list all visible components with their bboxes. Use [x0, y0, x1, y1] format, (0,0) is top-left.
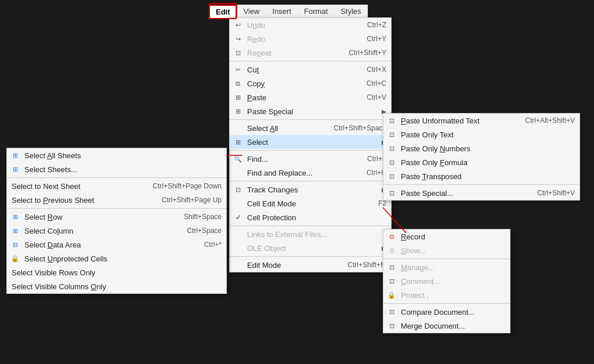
select-item-all-sheets[interactable]: ⊞ Select All Sheets: [7, 148, 226, 162]
track-protect[interactable]: 🔒 Protect ,: [383, 288, 510, 302]
paste-transposed-icon: ⊡: [387, 172, 396, 181]
all-sheets-icon: ⊞: [10, 151, 20, 160]
find-replace-icon: [233, 168, 242, 177]
menu-item-paste-special[interactable]: ⊞ Paste Special: [230, 104, 391, 118]
menu-item-paste[interactable]: ⊞ Paste Ctrl+V: [230, 90, 391, 104]
menu-item-repeat[interactable]: ⊡ Repeat Ctrl+Shift+Y: [230, 46, 391, 60]
select-submenu: ⊞ Select All Sheets ⊞ Select Sheets... S…: [6, 148, 227, 294]
menu-item-track-changes[interactable]: ⊡ Track Changes: [230, 183, 391, 196]
paste-special-item[interactable]: ⊡ Paste Special... Ctrl+Shift+V: [383, 186, 579, 200]
select-item-visible-cols[interactable]: Select Visible Columns Only: [7, 279, 226, 293]
compare-icon: ⊡: [387, 307, 396, 316]
menu-item-ole[interactable]: OLE Object: [230, 241, 391, 255]
paste-icon: ⊞: [233, 93, 242, 102]
track-record[interactable]: ⊙ Record: [383, 230, 510, 243]
paste-special-icon: ⊞: [233, 107, 242, 116]
select-item-prev-sheet[interactable]: Select to Previous Sheet Ctrl+Shift+Page…: [7, 193, 226, 207]
edit-mode-icon: [233, 260, 242, 270]
links-icon: [233, 230, 242, 239]
sep-4: [230, 181, 391, 181]
ole-icon: [233, 243, 242, 253]
menu-bar-edit-label: Edit: [216, 8, 230, 16]
show-icon: ⊙: [387, 246, 396, 255]
select-all-icon: [233, 123, 242, 133]
menu-item-select[interactable]: ⊞ Select: [230, 135, 391, 149]
select-item-sheets[interactable]: ⊞ Select Sheets...: [7, 162, 226, 176]
menu-item-find[interactable]: 🔍 Find... Ctrl+F: [230, 152, 391, 166]
paste-unformatted[interactable]: ⊡ Paste Unformatted Text Ctrl+Alt+Shift+…: [383, 114, 579, 128]
track-merge[interactable]: ⊡ Merge Document...: [383, 319, 510, 333]
menu-item-select-all[interactable]: Select All Ctrl+Shift+Space: [230, 121, 391, 135]
select-item-data-area[interactable]: ⊟ Select Data Area Ctrl+*: [7, 238, 226, 252]
sep-2: [230, 119, 391, 120]
paste-only-text[interactable]: ⊡ Paste Only Text: [383, 128, 579, 141]
cell-protection-icon: [233, 213, 242, 222]
track-compare[interactable]: ⊡ Compare Document...: [383, 305, 510, 319]
select-icon: ⊞: [233, 137, 242, 147]
column-icon: ⊞: [10, 226, 20, 235]
menu-item-cell-protection[interactable]: Cell Protection: [230, 210, 391, 224]
undo-icon: ↩: [233, 20, 242, 30]
sep-3: [230, 150, 391, 151]
menu-item-cell-edit[interactable]: Cell Edit Mode F2: [230, 196, 391, 210]
paste-unformatted-icon: ⊡: [387, 116, 396, 125]
sep-6: [230, 256, 391, 257]
merge-icon: ⊡: [387, 321, 396, 330]
record-icon: ⊙: [387, 232, 396, 241]
menu-item-find-replace[interactable]: Find and Replace... Ctrl+H: [230, 166, 391, 180]
menu-item-redo[interactable]: ↪ Redo Ctrl+Y: [230, 32, 391, 46]
repeat-icon: ⊡: [233, 48, 242, 57]
menu-item-copy[interactable]: ⧉ Copy Ctrl+C: [230, 77, 391, 90]
paste-sep-1: [383, 184, 579, 185]
edit-dropdown: ↩ Undo Ctrl+Z ↪ Redo Ctrl+Y ⊡ Repeat Ctr…: [229, 17, 392, 272]
cut-icon: ✂: [233, 65, 242, 74]
track-comment[interactable]: ⊡ Comment...: [383, 274, 510, 288]
menu-item-undo[interactable]: ↩ Undo Ctrl+Z: [230, 18, 391, 32]
track-show[interactable]: ⊙ Show...: [383, 243, 510, 257]
sheets-icon: ⊞: [10, 165, 20, 174]
redo-icon: ↪: [233, 34, 242, 43]
select-item-next-sheet[interactable]: Select to Next Sheet Ctrl+Shift+Page Dow…: [7, 179, 226, 193]
select-sep-2: [7, 208, 226, 209]
copy-icon: ⧉: [233, 79, 242, 88]
track-sep-1: [383, 259, 510, 259]
select-item-visible-rows[interactable]: Select Visible Rows Only: [7, 265, 226, 279]
paste-only-text-icon: ⊡: [387, 130, 396, 139]
select-item-unprotected[interactable]: 🔒 Select Unprotected Cells: [7, 252, 226, 265]
paste-only-formula-icon: ⊡: [387, 158, 396, 167]
protect-icon: 🔒: [387, 290, 396, 300]
track-manage[interactable]: ⊡ Manage...: [383, 260, 510, 274]
sep-5: [230, 225, 391, 226]
paste-only-numbers[interactable]: ⊡ Paste Only Numbers: [383, 141, 579, 155]
paste-only-formula[interactable]: ⊡ Paste Only Formula: [383, 155, 579, 169]
paste-special-submenu: ⊡ Paste Unformatted Text Ctrl+Alt+Shift+…: [383, 113, 580, 201]
select-sep-1: [7, 177, 226, 178]
row-icon: ⊞: [10, 212, 20, 221]
select-item-row[interactable]: ⊞ Select Row Shift+Space: [7, 210, 226, 224]
menu-item-edit-mode[interactable]: Edit Mode Ctrl+Shift+M: [230, 258, 391, 272]
paste-only-numbers-icon: ⊡: [387, 144, 396, 153]
menu-item-links[interactable]: Links to External Files...: [230, 227, 391, 241]
manage-icon: ⊡: [387, 263, 396, 272]
cell-edit-icon: [233, 199, 242, 208]
sep-1: [230, 61, 391, 61]
comment-icon: ⊡: [387, 276, 396, 286]
track-changes-submenu: ⊙ Record ⊙ Show... ⊡ Manage... ⊡ Comment…: [383, 229, 510, 333]
track-changes-icon: ⊡: [233, 185, 242, 194]
data-area-icon: ⊟: [10, 240, 20, 249]
find-icon: 🔍: [233, 154, 242, 163]
select-item-column[interactable]: ⊞ Select Column Ctrl+Space: [7, 224, 226, 238]
track-sep-2: [383, 303, 510, 304]
menu-item-cut[interactable]: ✂ Cut Ctrl+X: [230, 63, 391, 77]
unprotected-icon: 🔒: [10, 254, 20, 263]
paste-transposed[interactable]: ⊡ Paste Transposed: [383, 169, 579, 183]
paste-special-item-icon: ⊡: [387, 188, 396, 198]
